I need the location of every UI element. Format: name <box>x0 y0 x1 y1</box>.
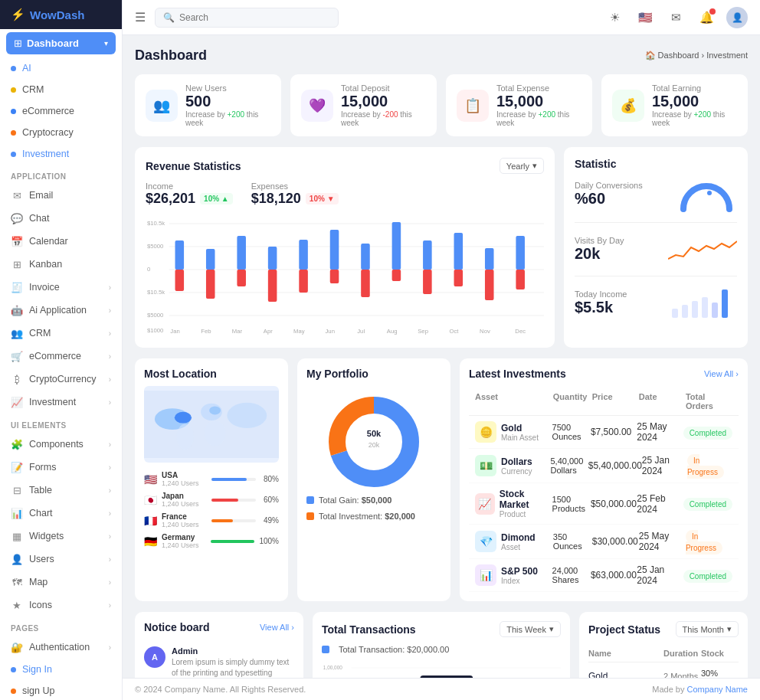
notice-name: Admin <box>172 646 294 656</box>
conversions-label: Daily Conversions <box>575 181 643 190</box>
sidebar-item-ai[interactable]: AI <box>0 57 122 79</box>
sidebar-item-crm2[interactable]: 👥CRM › <box>0 322 122 345</box>
income-block: Today Income $5.5k <box>575 286 737 329</box>
svg-text:Dec: Dec <box>515 328 526 335</box>
widgets-icon: ▦ <box>11 530 23 542</box>
asset-sub: Index <box>501 577 538 585</box>
asset-cell: 📊 S&P 500 Index <box>475 564 552 586</box>
chevron-icon: › <box>109 643 111 652</box>
sidebar-item-ecommerce[interactable]: eCommerce <box>0 100 122 122</box>
search-icon: 🔍 <box>163 12 175 23</box>
date-cell: 25 Jan 2024 <box>637 564 683 586</box>
sidebar-item-icons[interactable]: ★Icons › <box>0 594 122 617</box>
qty-cell: 5,40,000 Dollars <box>550 456 588 475</box>
chevron-icon: › <box>109 329 111 338</box>
view-all-investments[interactable]: View All › <box>704 369 739 378</box>
asset-name: Stock Market <box>500 489 552 510</box>
mail-icon[interactable]: ✉ <box>665 7 686 28</box>
sidebar-item-chat[interactable]: 💬Chat <box>0 207 122 230</box>
sidebar-item-forms[interactable]: 📝Forms › <box>0 456 122 479</box>
sidebar-item-calendar[interactable]: 📅Calendar <box>0 230 122 253</box>
expense-label: Total Expense <box>496 83 581 93</box>
dashboard-nav[interactable]: ⊞ Dashboard ▾ <box>6 32 116 54</box>
email-icon: ✉ <box>11 189 23 201</box>
trans-legend-text: Total Transaction: $20,000.00 <box>339 645 449 654</box>
project-period-dropdown[interactable]: This Month ▾ <box>676 621 739 637</box>
asset-sub: Main Asset <box>501 433 539 442</box>
grid-icon: ⊞ <box>14 38 22 49</box>
theme-toggle[interactable]: ☀ <box>604 7 625 28</box>
sidebar-item-crm[interactable]: CRM <box>0 79 122 100</box>
logo-icon: ⚡ <box>11 8 25 21</box>
search-box[interactable]: 🔍 <box>155 8 339 28</box>
topbar: ☰ 🔍 ☀ 🇺🇸 ✉ 🔔 👤 <box>123 0 760 35</box>
flag-icon[interactable]: 🇺🇸 <box>634 7 656 28</box>
sidebar-item-crypto[interactable]: Cryptocracy <box>0 122 122 143</box>
components-icon: 🧩 <box>11 438 23 450</box>
proj-duration: 2 Months <box>663 672 701 678</box>
earning-value: 15,000 <box>652 93 737 110</box>
user-avatar[interactable]: 👤 <box>726 7 748 28</box>
transactions-period-dropdown[interactable]: This Week ▾ <box>500 621 561 637</box>
sidebar-item-investment[interactable]: Investment <box>0 143 122 165</box>
bell-icon[interactable]: 🔔 <box>696 7 717 28</box>
notice-header: Notice board View All › <box>144 621 294 633</box>
table-row: 💵 Dollars Currency 5,40,000 Dollars $5,4… <box>469 449 739 483</box>
mid-row: Most Location <box>135 358 748 601</box>
period-dropdown[interactable]: Yearly ▾ <box>500 158 544 174</box>
svg-rect-23 <box>361 244 370 270</box>
chevron-icon: › <box>109 306 111 315</box>
sidebar-item-users[interactable]: 👤Users › <box>0 548 122 571</box>
chevron-down-icon: ▾ <box>727 624 732 634</box>
col-price: Price <box>592 392 639 411</box>
menu-toggle[interactable]: ☰ <box>135 10 146 25</box>
sidebar-item-ecommerce2[interactable]: 🛒eCommerce › <box>0 345 122 368</box>
today-income-value: $5.5k <box>575 299 627 316</box>
asset-cell: 🪙 Gold Main Asset <box>475 421 552 443</box>
dot-icon <box>11 130 16 136</box>
investments-table-body: 🪙 Gold Main Asset 7500 Ounces $7,500.00 … <box>469 416 739 592</box>
invest-dot <box>306 512 314 520</box>
sidebar-item-cryptocurrency[interactable]: ₿CryptoCurrency › <box>0 368 122 391</box>
statistic-panel: Statistic Daily Conversions %60 <box>564 147 748 348</box>
svg-rect-52 <box>712 303 718 318</box>
status-badge: Completed <box>683 570 732 583</box>
statistic-title: Statistic <box>575 158 737 170</box>
footer-company-link[interactable]: Company Name <box>687 685 748 694</box>
sidebar-item-chart[interactable]: 📊Chart › <box>0 502 122 525</box>
view-all-notice[interactable]: View All › <box>260 623 294 632</box>
conversions-block: Daily Conversions %60 <box>575 175 737 223</box>
germany-flag: 🇩🇪 <box>144 535 157 548</box>
notice-card: Notice board View All › A Admin Lorem ip… <box>135 612 303 678</box>
svg-text:Jul: Jul <box>357 328 365 335</box>
svg-point-58 <box>209 406 221 414</box>
country-usa: 🇺🇸 USA 1,240 Users 80% <box>144 469 279 489</box>
forms-icon: 📝 <box>11 461 23 473</box>
col-asset: Asset <box>475 392 553 411</box>
chevron-icon: › <box>109 440 111 449</box>
sidebar-item-auth[interactable]: 🔐Authentication › <box>0 636 122 659</box>
country-japan: 🇯🇵 Japan 1,240 Users 60% <box>144 489 279 510</box>
sidebar-item-signup[interactable]: sign Up <box>0 680 122 700</box>
sidebar-item-kanban[interactable]: ⊞Kanban <box>0 253 122 276</box>
chevron-icon: › <box>109 601 111 610</box>
sidebar-item-map[interactable]: 🗺Map › <box>0 571 122 594</box>
sidebar-item-invoice[interactable]: 🧾Invoice › <box>0 276 122 299</box>
sidebar-item-components[interactable]: 🧩Components › <box>0 433 122 456</box>
sidebar-item-widgets[interactable]: ▦Widgets › <box>0 525 122 548</box>
crm-icon: 👥 <box>11 327 23 339</box>
map-icon: 🗺 <box>11 576 23 588</box>
sidebar-item-email[interactable]: ✉Email <box>0 184 122 207</box>
sidebar-item-ai-app[interactable]: 🤖Ai Application › <box>0 299 122 322</box>
svg-text:50k: 50k <box>367 429 382 438</box>
sidebar-item-table[interactable]: ⊟Table › <box>0 479 122 502</box>
svg-rect-25 <box>392 222 401 270</box>
search-input[interactable] <box>179 12 330 23</box>
status-cell: In Progress <box>686 530 732 553</box>
sidebar-item-investment2[interactable]: 📈Investment › <box>0 391 122 414</box>
svg-rect-14 <box>206 270 215 299</box>
svg-rect-15 <box>237 236 246 270</box>
chevron-icon: › <box>109 486 111 495</box>
notification-badge <box>709 8 716 15</box>
sidebar-item-signin[interactable]: Sign In <box>0 659 122 680</box>
